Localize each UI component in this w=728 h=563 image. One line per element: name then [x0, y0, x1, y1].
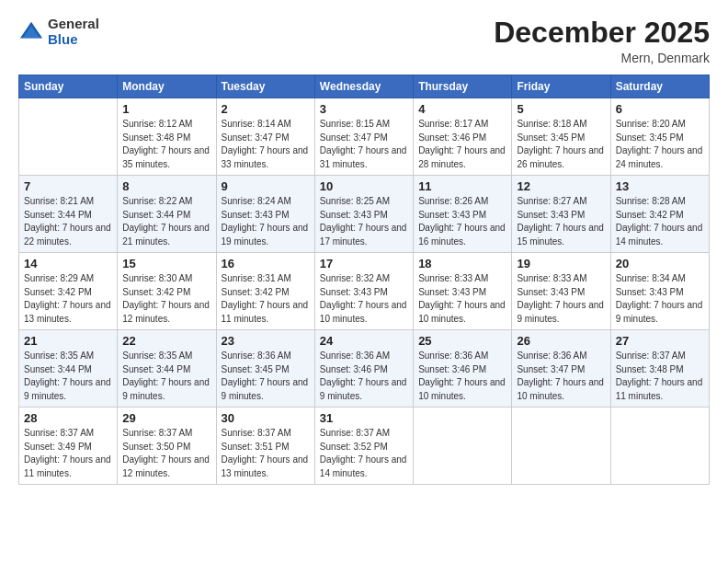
day-cell: 27Sunrise: 8:37 AMSunset: 3:48 PMDayligh…: [610, 330, 709, 408]
day-number: 30: [222, 411, 310, 425]
day-cell: 24Sunrise: 8:36 AMSunset: 3:46 PMDayligh…: [314, 330, 413, 408]
day-cell: 31Sunrise: 8:37 AMSunset: 3:52 PMDayligh…: [314, 408, 413, 485]
day-cell: 15Sunrise: 8:30 AMSunset: 3:42 PMDayligh…: [118, 253, 216, 330]
day-number: 21: [24, 334, 112, 348]
calendar-table: SundayMondayTuesdayWednesdayThursdayFrid…: [18, 75, 710, 485]
day-number: 19: [517, 257, 605, 270]
day-number: 25: [418, 334, 506, 348]
day-number: 24: [320, 334, 408, 348]
day-cell: 4Sunrise: 8:17 AMSunset: 3:46 PMDaylight…: [414, 98, 512, 176]
header-cell-tuesday: Tuesday: [216, 75, 314, 98]
day-number: 7: [24, 179, 112, 193]
day-cell: [19, 98, 118, 176]
day-number: 10: [320, 179, 408, 193]
day-cell: 6Sunrise: 8:20 AMSunset: 3:45 PMDaylight…: [610, 98, 709, 176]
day-number: 29: [122, 411, 210, 425]
header-cell-thursday: Thursday: [414, 75, 512, 98]
logo-blue-text: Blue: [48, 32, 99, 48]
day-info: Sunrise: 8:37 AMSunset: 3:50 PMDaylight:…: [122, 427, 210, 480]
day-number: 2: [222, 102, 310, 116]
day-number: 22: [122, 334, 210, 348]
day-cell: 29Sunrise: 8:37 AMSunset: 3:50 PMDayligh…: [118, 408, 216, 485]
day-cell: 21Sunrise: 8:35 AMSunset: 3:44 PMDayligh…: [19, 330, 118, 408]
day-info: Sunrise: 8:21 AMSunset: 3:44 PMDaylight:…: [24, 195, 112, 248]
logo: General Blue: [18, 17, 99, 47]
week-row-4: 28Sunrise: 8:37 AMSunset: 3:49 PMDayligh…: [19, 408, 710, 485]
day-info: Sunrise: 8:31 AMSunset: 3:42 PMDaylight:…: [222, 272, 310, 326]
day-cell: 1Sunrise: 8:12 AMSunset: 3:48 PMDaylight…: [118, 98, 216, 176]
header-cell-sunday: Sunday: [19, 75, 118, 98]
day-info: Sunrise: 8:20 AMSunset: 3:45 PMDaylight:…: [616, 118, 704, 171]
day-info: Sunrise: 8:27 AMSunset: 3:43 PMDaylight:…: [517, 195, 605, 248]
day-info: Sunrise: 8:35 AMSunset: 3:44 PMDaylight:…: [122, 350, 210, 403]
day-cell: 2Sunrise: 8:14 AMSunset: 3:47 PMDaylight…: [216, 98, 314, 176]
day-number: 3: [320, 102, 408, 116]
day-number: 31: [320, 411, 408, 425]
day-cell: 7Sunrise: 8:21 AMSunset: 3:44 PMDaylight…: [19, 176, 118, 253]
logo-text: General Blue: [48, 17, 99, 47]
day-info: Sunrise: 8:36 AMSunset: 3:46 PMDaylight:…: [418, 350, 506, 403]
day-cell: 10Sunrise: 8:25 AMSunset: 3:43 PMDayligh…: [314, 176, 413, 253]
day-cell: 19Sunrise: 8:33 AMSunset: 3:43 PMDayligh…: [512, 253, 610, 330]
logo-general-text: General: [48, 17, 99, 32]
day-info: Sunrise: 8:35 AMSunset: 3:44 PMDaylight:…: [24, 350, 112, 403]
page: General Blue December 2025 Mern, Denmark…: [0, 0, 728, 563]
day-info: Sunrise: 8:22 AMSunset: 3:44 PMDaylight:…: [122, 195, 210, 248]
day-number: 28: [24, 411, 112, 425]
day-cell: [610, 408, 709, 485]
day-info: Sunrise: 8:17 AMSunset: 3:46 PMDaylight:…: [418, 118, 506, 171]
day-cell: 8Sunrise: 8:22 AMSunset: 3:44 PMDaylight…: [118, 176, 216, 253]
day-info: Sunrise: 8:28 AMSunset: 3:42 PMDaylight:…: [616, 195, 704, 248]
calendar-subtitle: Mern, Denmark: [494, 51, 710, 65]
day-number: 23: [222, 334, 310, 348]
week-row-1: 7Sunrise: 8:21 AMSunset: 3:44 PMDaylight…: [19, 176, 710, 253]
header-cell-wednesday: Wednesday: [314, 75, 413, 98]
day-info: Sunrise: 8:33 AMSunset: 3:43 PMDaylight:…: [418, 272, 506, 326]
day-number: 14: [24, 257, 112, 270]
header-cell-saturday: Saturday: [610, 75, 709, 98]
day-cell: [414, 408, 512, 485]
day-cell: 22Sunrise: 8:35 AMSunset: 3:44 PMDayligh…: [118, 330, 216, 408]
day-number: 17: [320, 257, 408, 270]
day-info: Sunrise: 8:30 AMSunset: 3:42 PMDaylight:…: [122, 272, 210, 326]
header-row: SundayMondayTuesdayWednesdayThursdayFrid…: [19, 75, 710, 98]
header: General Blue December 2025 Mern, Denmark: [18, 17, 710, 65]
header-cell-monday: Monday: [118, 75, 216, 98]
day-cell: 18Sunrise: 8:33 AMSunset: 3:43 PMDayligh…: [414, 253, 512, 330]
day-number: 12: [517, 179, 605, 193]
day-cell: 9Sunrise: 8:24 AMSunset: 3:43 PMDaylight…: [216, 176, 314, 253]
day-info: Sunrise: 8:14 AMSunset: 3:47 PMDaylight:…: [222, 118, 310, 171]
day-cell: 11Sunrise: 8:26 AMSunset: 3:43 PMDayligh…: [414, 176, 512, 253]
day-info: Sunrise: 8:36 AMSunset: 3:47 PMDaylight:…: [517, 350, 605, 403]
logo-icon: [18, 19, 44, 45]
day-info: Sunrise: 8:15 AMSunset: 3:47 PMDaylight:…: [320, 118, 408, 171]
day-info: Sunrise: 8:34 AMSunset: 3:43 PMDaylight:…: [616, 272, 704, 326]
day-cell: 20Sunrise: 8:34 AMSunset: 3:43 PMDayligh…: [610, 253, 709, 330]
day-number: 16: [222, 257, 310, 270]
day-info: Sunrise: 8:36 AMSunset: 3:46 PMDaylight:…: [320, 350, 408, 403]
day-info: Sunrise: 8:37 AMSunset: 3:48 PMDaylight:…: [616, 350, 704, 403]
day-number: 5: [517, 102, 605, 116]
day-cell: 23Sunrise: 8:36 AMSunset: 3:45 PMDayligh…: [216, 330, 314, 408]
day-cell: 16Sunrise: 8:31 AMSunset: 3:42 PMDayligh…: [216, 253, 314, 330]
title-block: December 2025 Mern, Denmark: [494, 17, 710, 65]
day-info: Sunrise: 8:18 AMSunset: 3:45 PMDaylight:…: [517, 118, 605, 171]
day-cell: 26Sunrise: 8:36 AMSunset: 3:47 PMDayligh…: [512, 330, 610, 408]
day-cell: 14Sunrise: 8:29 AMSunset: 3:42 PMDayligh…: [19, 253, 118, 330]
day-info: Sunrise: 8:37 AMSunset: 3:49 PMDaylight:…: [24, 427, 112, 480]
day-cell: 25Sunrise: 8:36 AMSunset: 3:46 PMDayligh…: [414, 330, 512, 408]
day-number: 27: [616, 334, 704, 348]
week-row-2: 14Sunrise: 8:29 AMSunset: 3:42 PMDayligh…: [19, 253, 710, 330]
day-number: 6: [616, 102, 704, 116]
day-cell: 5Sunrise: 8:18 AMSunset: 3:45 PMDaylight…: [512, 98, 610, 176]
day-cell: 3Sunrise: 8:15 AMSunset: 3:47 PMDaylight…: [314, 98, 413, 176]
day-number: 13: [616, 179, 704, 193]
calendar-title: December 2025: [494, 17, 710, 49]
day-info: Sunrise: 8:33 AMSunset: 3:43 PMDaylight:…: [517, 272, 605, 326]
day-number: 8: [122, 179, 210, 193]
week-row-0: 1Sunrise: 8:12 AMSunset: 3:48 PMDaylight…: [19, 98, 710, 176]
day-cell: 30Sunrise: 8:37 AMSunset: 3:51 PMDayligh…: [216, 408, 314, 485]
day-cell: 28Sunrise: 8:37 AMSunset: 3:49 PMDayligh…: [19, 408, 118, 485]
day-info: Sunrise: 8:32 AMSunset: 3:43 PMDaylight:…: [320, 272, 408, 326]
day-number: 4: [418, 102, 506, 116]
